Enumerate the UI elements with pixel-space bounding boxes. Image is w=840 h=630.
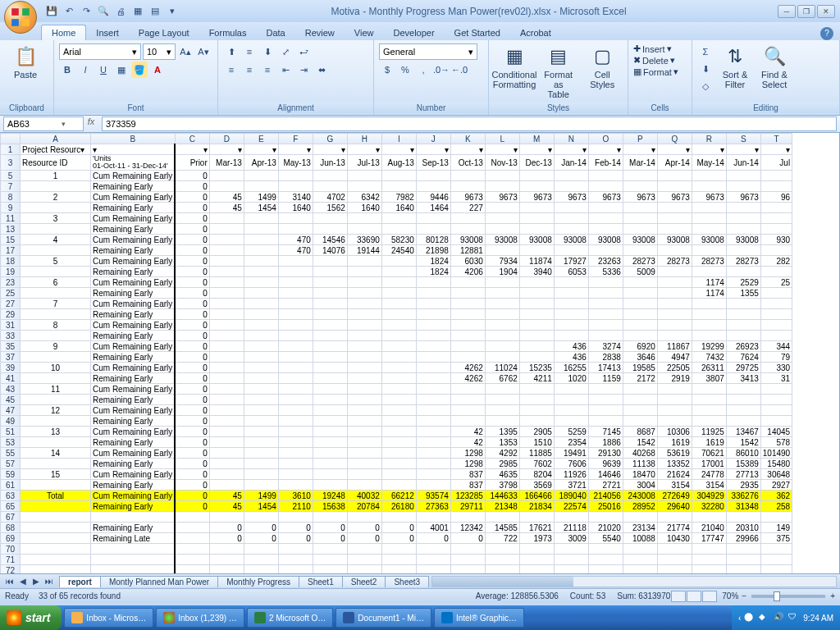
intel-icon	[441, 612, 453, 623]
border-button[interactable]: ▦	[113, 62, 130, 78]
undo-icon[interactable]: ↶	[62, 4, 76, 19]
merge-button[interactable]: ⬌	[313, 62, 330, 78]
find-select-button[interactable]: 🔍Find & Select	[756, 43, 792, 91]
taskbar-item[interactable]: Document1 - Mi…	[336, 608, 431, 628]
format-cells-button[interactable]: ▦ Format ▾	[633, 66, 678, 77]
tab-review[interactable]: Review	[295, 25, 345, 40]
horizontal-scrollbar[interactable]	[431, 576, 837, 587]
taskbar-item[interactable]: Inbox (1,239) …	[156, 608, 244, 628]
wrap-text-button[interactable]: ⮐	[295, 43, 312, 60]
tab-page-layout[interactable]: Page Layout	[129, 25, 199, 40]
zoom-out-icon[interactable]: −	[742, 591, 746, 600]
name-box-input[interactable]	[4, 119, 62, 129]
taskbar-item[interactable]: 2 Microsoft O…	[247, 608, 333, 628]
tray-expand-icon[interactable]: ‹	[738, 614, 741, 623]
grow-font-icon[interactable]: A▴	[177, 43, 194, 60]
align-middle-icon[interactable]: ≡	[241, 43, 258, 60]
sheet-nav-first-icon[interactable]: ⏮	[3, 577, 16, 586]
sheet-nav-next-icon[interactable]: ▶	[30, 577, 43, 586]
comma-icon[interactable]: ,	[415, 62, 431, 78]
delete-cells-button[interactable]: ✖ Delete ▾	[633, 55, 675, 66]
font-color-button[interactable]: A	[149, 62, 166, 78]
system-tray[interactable]: ‹ ⬤ ◆ 🔊 🛡 9:24 AM	[732, 605, 840, 630]
tray-icon[interactable]: 🛡	[788, 612, 800, 623]
cell-styles-button[interactable]: ▢Cell Styles	[582, 43, 623, 91]
shrink-font-icon[interactable]: A▾	[195, 43, 212, 60]
office-button[interactable]	[4, 1, 37, 34]
close-button[interactable]: ✕	[817, 5, 835, 18]
taskbar-item[interactable]: Inbox - Micros…	[64, 608, 153, 628]
underline-button[interactable]: U	[95, 62, 112, 78]
tab-data[interactable]: Data	[256, 25, 294, 40]
orientation-icon[interactable]: ⤢	[277, 43, 294, 60]
sheet-tab-report[interactable]: report	[59, 576, 101, 587]
sheet-nav-last-icon[interactable]: ⏭	[43, 577, 56, 586]
redo-icon[interactable]: ↷	[79, 4, 94, 19]
tab-home[interactable]: Home	[41, 25, 86, 40]
currency-icon[interactable]: $	[379, 62, 395, 78]
bold-button[interactable]: B	[59, 62, 75, 78]
align-right-icon[interactable]: ≡	[259, 62, 276, 78]
sheet-tab-sheet1[interactable]: Sheet1	[299, 576, 343, 587]
sort-filter-button[interactable]: ⇅Sort & Filter	[717, 43, 753, 91]
percent-icon[interactable]: %	[397, 62, 413, 78]
sheet-tab-sheet2[interactable]: Sheet2	[342, 576, 386, 587]
autosum-icon[interactable]: Σ	[697, 43, 714, 60]
format-as-table-button[interactable]: ▤Format as Table	[538, 43, 579, 101]
save-icon[interactable]: 💾	[44, 4, 59, 19]
align-top-icon[interactable]: ⬆	[223, 43, 240, 60]
decrease-indent-icon[interactable]: ⇤	[277, 62, 294, 78]
sheet-nav-prev-icon[interactable]: ◀	[16, 577, 30, 586]
tab-acrobat[interactable]: Acrobat	[510, 25, 561, 40]
align-center-icon[interactable]: ≡	[241, 62, 258, 78]
tab-insert[interactable]: Insert	[86, 25, 129, 40]
conditional-formatting-button[interactable]: ▦Conditional Formatting	[494, 43, 535, 91]
ribbon-tabs: Home Insert Page Layout Formulas Data Re…	[0, 22, 840, 40]
align-bottom-icon[interactable]: ⬇	[259, 43, 276, 60]
zoom-slider[interactable]	[751, 595, 825, 598]
tray-icon[interactable]: ⬤	[744, 612, 756, 623]
zoom-in-icon[interactable]: +	[830, 591, 835, 600]
qat-dropdown-icon[interactable]: ▾	[165, 4, 180, 19]
decrease-decimal-icon[interactable]: ←.0	[451, 62, 468, 78]
tab-view[interactable]: View	[345, 25, 384, 40]
restore-button[interactable]: ❐	[797, 5, 815, 18]
increase-indent-icon[interactable]: ⇥	[295, 62, 312, 78]
sheet-tab-sheet3[interactable]: Sheet3	[385, 576, 429, 587]
align-left-icon[interactable]: ≡	[223, 62, 240, 78]
view-normal-icon[interactable]	[671, 591, 686, 602]
tab-formulas[interactable]: Formulas	[199, 25, 257, 40]
sheet-tab-planned[interactable]: Montly Planned Man Power	[100, 576, 218, 587]
fill-color-button[interactable]: 🪣	[131, 62, 148, 78]
formula-input[interactable]: 373359	[102, 116, 837, 131]
tray-icon[interactable]: ◆	[759, 612, 770, 623]
tray-icon[interactable]: 🔊	[774, 612, 785, 623]
view-layout-icon[interactable]	[687, 591, 701, 602]
insert-cells-button[interactable]: ✚ Insert ▾	[633, 43, 672, 54]
name-box[interactable]: ▾	[3, 116, 84, 131]
help-button[interactable]: ?	[820, 27, 833, 40]
tab-get-started[interactable]: Get Started	[445, 25, 510, 40]
print-preview-icon[interactable]: 🔍	[96, 4, 111, 19]
start-button[interactable]: start	[0, 605, 62, 630]
view-break-icon[interactable]	[702, 591, 717, 602]
outlook-icon	[71, 612, 83, 623]
minimize-button[interactable]: ─	[778, 5, 796, 18]
taskbar-item[interactable]: Intel® Graphic…	[434, 608, 524, 628]
sheet-tab-progress[interactable]: Monthly Progress	[217, 576, 299, 587]
new-icon[interactable]: ▦	[130, 4, 145, 19]
spreadsheet-grid[interactable]: ABCDEFGHIJKLMNOPQRST1Project Resourc▾▾▾▾…	[0, 133, 840, 573]
open-icon[interactable]: ▤	[148, 4, 162, 19]
fx-icon[interactable]: fx	[84, 116, 98, 131]
fill-icon[interactable]: ⬇	[697, 61, 714, 77]
quick-print-icon[interactable]: 🖨	[113, 4, 128, 19]
clear-icon[interactable]: ◇	[697, 78, 714, 94]
tab-developer[interactable]: Developer	[383, 25, 444, 40]
font-name-combo[interactable]: Arial▾	[59, 43, 141, 60]
number-format-combo[interactable]: General▾	[379, 43, 477, 60]
italic-button[interactable]: I	[77, 62, 94, 78]
increase-decimal-icon[interactable]: .0→	[433, 62, 450, 78]
paste-button[interactable]: 📋 Paste	[5, 43, 46, 81]
tray-clock[interactable]: 9:24 AM	[803, 614, 833, 623]
font-size-combo[interactable]: 10▾	[143, 43, 176, 60]
